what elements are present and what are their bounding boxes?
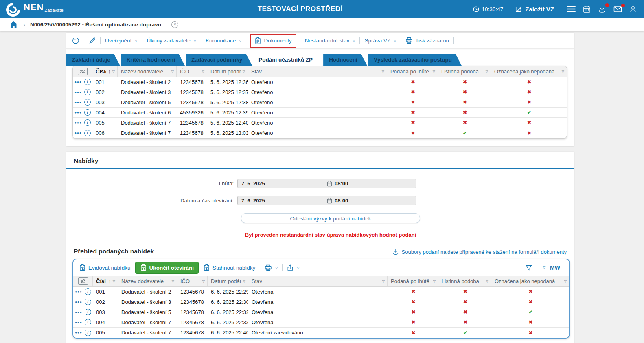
column-header-m1[interactable]: Podaná po lhůtě▽ [387,66,438,77]
column-filter-icon[interactable]: ▽ [432,279,436,283]
calendar-small-icon[interactable] [327,181,332,187]
toolbar-item-uve-ejn-n-[interactable]: Uveřejnění ▽ [104,36,138,45]
column-filter-icon[interactable]: ▽ [241,279,245,283]
ukoncit-otevirani-button[interactable]: Ukončit otevírání [135,262,199,274]
column-filter-icon[interactable]: ▽ [484,70,488,73]
send-invitation-button[interactable]: Odeslání výzvy k podání nabídek [241,213,420,223]
home-button[interactable] [9,20,18,29]
column-settings-button[interactable] [78,277,88,285]
column-header-ico[interactable]: IČO▽ [177,276,208,286]
toolbar-item-nestandardn-stav[interactable]: Nestandardní stav ▽ [304,36,356,45]
downloads-button[interactable] [597,4,607,14]
tab-zad-vac-podm-nky[interactable]: Zadávací podmínky [186,54,252,66]
column-settings-button[interactable] [78,68,88,75]
deadline-date-value[interactable]: 7. 6. 2025 [241,180,327,187]
row-menu-button[interactable]: ●●● [75,310,82,314]
submission-files-link[interactable]: Soubory podaní najdete připravené ke sta… [392,248,567,255]
cell-datum-podani: 5. 6. 2025 12:39 [207,108,248,117]
evidovat-nabidku-button[interactable]: Evidovat nabídku [78,262,131,273]
column-header-ico[interactable]: IČO▽ [177,66,207,77]
tab-v-sledek-zad-vac-ho-postupu[interactable]: Výsledek zadávacího postupu [368,54,462,66]
messages-button[interactable] [613,5,623,13]
close-record-button[interactable]: ✕ [171,21,178,28]
opening-time-value[interactable]: 08:00 [335,198,348,204]
print-table-button[interactable]: ▽ [264,263,278,273]
row-info-button[interactable]: i [85,330,91,336]
tab-krit-ria-hodnocen-[interactable]: Kritéria hodnocení [121,54,185,66]
opening-date-value[interactable]: 7. 6. 2025 [241,198,327,204]
column-header-m1[interactable]: Podaná po lhůtě▽ [388,276,438,286]
filter-button[interactable] [524,264,533,272]
column-header-m3[interactable]: Označena jako nepodaná▽ [491,66,567,77]
column-header-stav[interactable]: Stav▽ [248,66,387,77]
column-header-stav[interactable]: Stav▽ [248,276,388,286]
create-vz-button[interactable]: Založit VZ [515,5,554,13]
column-filter-icon[interactable]: ▽ [381,279,385,283]
column-filter-icon[interactable]: ▽ [170,279,174,283]
column-filter-icon[interactable]: ▽ [170,70,174,73]
row-info-button[interactable]: i [85,309,91,315]
row-menu-button[interactable]: ●●● [74,131,82,135]
column-header-cislo[interactable]: Číslo↑▽ [93,276,118,286]
user-initials-badge[interactable]: MW [550,264,560,271]
row-menu-button[interactable]: ●●● [75,300,82,304]
column-header-datum[interactable]: Datum podání▽ [207,66,248,77]
row-info-button[interactable]: i [84,99,91,106]
column-header-nazev[interactable]: Název dodavatele▽ [118,66,177,77]
row-info-button[interactable]: i [84,109,91,116]
column-filter-icon[interactable]: ▽ [484,279,488,283]
calendar-small-icon[interactable] [327,198,332,204]
column-filter-icon[interactable]: ▽ [111,70,115,73]
menu-button[interactable] [566,5,576,13]
row-info-button[interactable]: i [84,79,91,85]
row-menu-button[interactable]: ●●● [75,321,82,324]
view-dropdown-button[interactable]: ▽ [542,265,546,270]
export-table-button[interactable]: ▽ [286,263,300,273]
column-header-m3[interactable]: Označena jako nepodaná▽ [491,276,569,286]
row-info-button[interactable]: i [85,319,91,325]
profile-button[interactable] [629,4,637,14]
row-info-button[interactable]: i [84,130,91,136]
column-header-datum[interactable]: Datum podání▽ [208,276,248,286]
column-filter-icon[interactable]: ▽ [560,70,564,73]
column-filter-icon[interactable]: ▽ [200,70,204,73]
tab-z-kladn-daje[interactable]: Základní údaje [66,54,120,66]
row-menu-button[interactable]: ●●● [74,111,82,114]
toolbar-item--kony-zadavatele[interactable]: Úkony zadavatele ▽ [146,36,197,45]
row-info-button[interactable]: i [85,299,91,305]
deadline-time-value[interactable]: 08:00 [335,180,348,187]
tab-pod-n-astn-k-zp[interactable]: Podání účastníků ZP [253,54,322,66]
row-menu-button[interactable]: ●●● [75,331,82,334]
tab-hodnocen-[interactable]: Hodnocení [323,54,367,66]
toolbar-item-tisk-z-znamu[interactable]: Tisk záznamu [405,35,450,46]
row-info-button[interactable]: i [84,119,91,126]
opening-input[interactable]: 7. 6. 2025 08:00 [237,196,416,205]
row-menu-button[interactable]: ●●● [74,90,82,94]
calendar-button[interactable] [582,4,591,14]
column-filter-icon[interactable]: ▽ [431,70,435,73]
column-filter-icon[interactable]: ▽ [563,279,567,283]
column-header-nazev[interactable]: Název dodavatele▽ [118,276,177,286]
toolbar-item-komunikace[interactable]: Komunikace ▽ [205,36,242,45]
column-filter-icon[interactable]: ▽ [111,279,115,283]
column-filter-icon[interactable]: ▽ [201,279,205,283]
column-filter-icon[interactable]: ▽ [380,70,384,73]
nen-logo[interactable]: NEN Zadavatel [6,1,128,17]
column-header-m2[interactable]: Listinná podoba▽ [438,66,491,77]
row-menu-button[interactable]: ●●● [75,290,82,294]
column-header-cislo[interactable]: Číslo↑▽ [92,66,118,77]
row-info-button[interactable]: i [84,89,91,95]
row-info-button[interactable]: i [85,288,91,295]
history-button[interactable] [71,36,80,45]
stahnout-nabidky-button[interactable]: Stáhnout nabídky [202,262,256,273]
row-menu-button[interactable]: ●●● [74,101,82,104]
breadcrumb-record-title[interactable]: N006/25/V00005292 - Řešení optimalizace … [30,22,166,28]
toolbar-item-dokumenty[interactable]: Dokumenty [250,34,296,48]
deadline-input[interactable]: 7. 6. 2025 08:00 [237,179,416,188]
edit-button[interactable] [88,36,96,45]
row-menu-button[interactable]: ●●● [74,121,82,125]
toolbar-item-spr-va-vz[interactable]: Správa VZ ▽ [364,36,397,45]
row-menu-button[interactable]: ●●● [74,80,82,84]
column-header-m2[interactable]: Listinná podoba▽ [438,276,491,286]
column-filter-icon[interactable]: ▽ [241,70,245,73]
